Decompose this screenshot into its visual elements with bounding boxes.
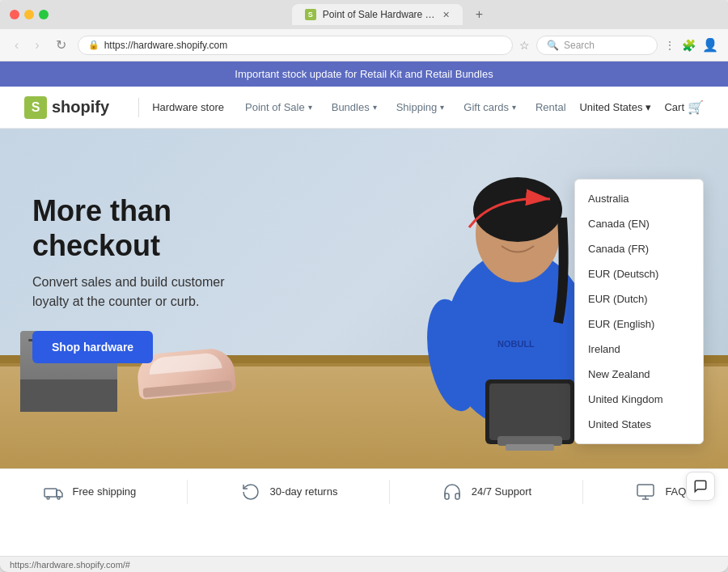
- dropdown-item-ireland[interactable]: Ireland: [575, 337, 703, 362]
- footer-item-support: 24/7 Support: [441, 481, 531, 503]
- profile-icon[interactable]: 👤: [702, 37, 718, 53]
- lock-icon: 🔒: [88, 40, 99, 50]
- svg-rect-13: [44, 489, 57, 497]
- faq-label: FAQ: [665, 485, 686, 498]
- chat-button[interactable]: [686, 472, 715, 501]
- browser-toolbar: ‹ › ↻ 🔒 https://hardware.shopify.com ☆ 🔍…: [0, 29, 728, 61]
- footer-item-returns: 30-day returns: [239, 481, 338, 503]
- maximize-dot[interactable]: [39, 10, 49, 19]
- shipping-icon: [42, 481, 65, 503]
- status-url: https://hardware.shopify.com/#: [10, 560, 130, 570]
- chevron-down-icon: ▾: [308, 103, 312, 112]
- dropdown-item-united-kingdom[interactable]: United Kingdom: [575, 387, 703, 412]
- faq-icon: [634, 481, 657, 503]
- announcement-text: Important stock update for Retail Kit an…: [235, 68, 493, 80]
- returns-label: 30-day returns: [270, 485, 338, 498]
- hero-content: More than checkout Convert sales and bui…: [32, 193, 291, 363]
- chat-icon: [693, 479, 708, 494]
- svg-text:NOBULL: NOBULL: [497, 339, 535, 349]
- nav-item-shipping[interactable]: Shipping ▾: [388, 96, 453, 118]
- dropdown-item-eur-dutch[interactable]: EUR (Dutch): [575, 286, 703, 311]
- support-icon: [441, 481, 463, 503]
- tab-close-button[interactable]: ✕: [442, 10, 450, 20]
- address-bar[interactable]: 🔒 https://hardware.shopify.com: [78, 36, 513, 55]
- header-divider: [138, 98, 139, 117]
- dropdown-item-new-zealand[interactable]: New Zealand: [575, 362, 703, 387]
- svg-point-15: [57, 497, 60, 499]
- back-button[interactable]: ‹: [10, 36, 23, 54]
- support-label: 24/7 Support: [472, 485, 531, 498]
- dropdown-item-australia[interactable]: Australia: [575, 186, 703, 211]
- header-right: United States ▾ Cart 🛒: [579, 100, 704, 115]
- footer-divider-1: [187, 480, 188, 504]
- bookmark-icon[interactable]: ☆: [519, 39, 530, 52]
- country-dropdown: Australia Canada (EN) Canada (FR) EUR (D…: [574, 179, 704, 444]
- svg-rect-16: [637, 485, 654, 496]
- footer-bar: Free shipping 30-day returns: [0, 468, 728, 514]
- chevron-down-icon: ▾: [373, 103, 377, 112]
- arrow-annotation: [461, 187, 558, 239]
- svg-rect-7: [489, 383, 570, 440]
- browser-toolbar-icons: ☆: [519, 39, 530, 52]
- shipping-label: Free shipping: [73, 485, 137, 498]
- footer-item-shipping: Free shipping: [42, 481, 137, 503]
- browser-search-bar[interactable]: 🔍 Search: [536, 36, 658, 55]
- cart-button[interactable]: Cart 🛒: [664, 100, 704, 115]
- chevron-down-icon: ▾: [512, 103, 516, 112]
- hero-title: More than checkout: [32, 193, 291, 263]
- browser-menu-icon[interactable]: ⋮: [664, 39, 675, 52]
- minimize-dot[interactable]: [24, 10, 34, 19]
- close-dot[interactable]: [10, 10, 19, 19]
- footer-item-faq: FAQ: [634, 481, 686, 503]
- returns-icon: [239, 481, 262, 503]
- nav-item-bundles[interactable]: Bundles ▾: [324, 96, 385, 118]
- url-text: https://hardware.shopify.com: [104, 40, 502, 51]
- nav-item-pos[interactable]: Point of Sale ▾: [237, 96, 320, 118]
- dropdown-item-canada-en[interactable]: Canada (EN): [575, 211, 703, 236]
- country-chevron-icon: ▾: [645, 101, 651, 113]
- forward-button[interactable]: ›: [30, 36, 44, 54]
- footer-divider-3: [582, 480, 583, 504]
- dropdown-item-eur-deutsch[interactable]: EUR (Deutsch): [575, 261, 703, 286]
- brand-name: shopify: [52, 98, 109, 117]
- reload-button[interactable]: ↻: [51, 36, 71, 54]
- shopify-bag-icon: S: [24, 96, 47, 119]
- nav-item-gift-cards[interactable]: Gift cards ▾: [455, 96, 524, 118]
- dropdown-item-united-states[interactable]: United States: [575, 412, 703, 437]
- hero-subtitle: Convert sales and build customer loyalty…: [32, 273, 259, 311]
- status-bar: https://hardware.shopify.com/#: [0, 556, 728, 572]
- country-label: United States: [579, 101, 642, 113]
- tab-favicon: S: [305, 9, 316, 20]
- announcement-bar: Important stock update for Retail Kit an…: [0, 61, 728, 87]
- browser-titlebar: S Point of Sale Hardware - Shopi... ✕ +: [0, 0, 728, 29]
- extensions-icon[interactable]: 🧩: [682, 39, 696, 52]
- country-selector[interactable]: United States ▾: [579, 101, 651, 113]
- window-controls: [10, 10, 49, 19]
- dropdown-item-canada-fr[interactable]: Canada (FR): [575, 236, 703, 261]
- browser-window: S Point of Sale Hardware - Shopi... ✕ + …: [0, 0, 728, 572]
- cart-label: Cart: [664, 101, 684, 113]
- footer-divider-2: [389, 480, 390, 504]
- search-icon: 🔍: [547, 40, 559, 51]
- new-tab-button[interactable]: +: [476, 7, 483, 22]
- dropdown-item-eur-english[interactable]: EUR (English): [575, 311, 703, 337]
- shop-hardware-button[interactable]: Shop hardware: [32, 331, 153, 363]
- site-header: S shopify Hardware store Point of Sale ▾…: [0, 87, 728, 129]
- search-placeholder: Search: [564, 40, 595, 51]
- page-content: Important stock update for Retail Kit an…: [0, 61, 728, 556]
- svg-point-14: [47, 497, 49, 499]
- shopify-logo[interactable]: S shopify: [24, 96, 109, 119]
- nav-item-rental[interactable]: Rental: [527, 96, 574, 118]
- store-label[interactable]: Hardware store: [152, 101, 224, 113]
- svg-rect-9: [506, 444, 554, 451]
- browser-tab[interactable]: S Point of Sale Hardware - Shopi... ✕: [292, 4, 463, 25]
- chevron-down-icon: ▾: [440, 103, 444, 112]
- tab-title: Point of Sale Hardware - Shopi...: [323, 9, 436, 20]
- cart-icon: 🛒: [688, 100, 704, 115]
- header-nav: Point of Sale ▾ Bundles ▾ Shipping ▾ Gif…: [237, 96, 579, 118]
